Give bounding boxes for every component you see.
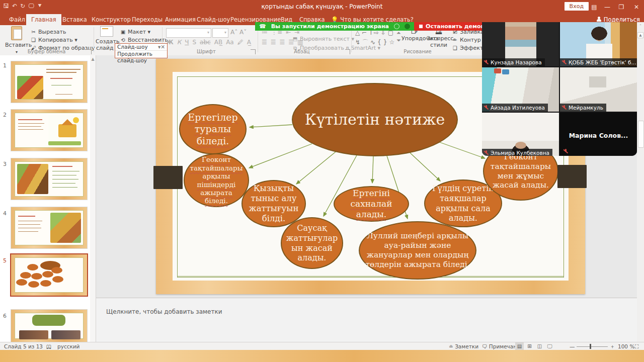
slide-counter: Слайд 5 из 13 <box>4 343 43 350</box>
resume-slideshow-button[interactable]: Продолжить слайд-шоу <box>115 51 167 57</box>
slide-thumbnail-1[interactable] <box>11 61 87 103</box>
clipboard-dialog-launcher-icon[interactable] <box>87 49 92 54</box>
signin-button[interactable]: Вход <box>565 2 589 11</box>
slide-thumbnail-2[interactable] <box>11 110 87 151</box>
video-tile-marina[interactable]: Марина Солов... <box>560 113 637 156</box>
align-right-icon[interactable]: ☰ <box>280 39 285 46</box>
slide-thumbnail-4[interactable] <box>11 207 87 248</box>
highlight-button[interactable]: 🖉 <box>237 39 244 46</box>
font-dialog-launcher-icon[interactable] <box>251 49 256 54</box>
shape-outline-icon: ✏ <box>452 36 458 44</box>
align-left-icon[interactable]: ☰ <box>262 39 267 46</box>
italic-button[interactable]: К <box>177 39 182 46</box>
copy-button[interactable]: ❏Копировать ▾ <box>30 36 77 44</box>
strikethrough-button[interactable]: abc <box>200 39 211 46</box>
slide-thumbnail-5-selected[interactable] <box>11 254 87 296</box>
font-color-button[interactable]: А̲ <box>247 39 251 46</box>
close-button[interactable]: ✕ <box>629 0 644 14</box>
font-name-box[interactable]: ▾ <box>166 28 211 38</box>
slide-thumbnail-6[interactable] <box>11 310 87 342</box>
char-spacing-button[interactable]: АВ̲ <box>214 39 222 46</box>
thumbnail-scrollbar[interactable]: ▲ <box>90 55 96 342</box>
font-size-box[interactable]: ▾ <box>212 28 228 38</box>
notes-pane[interactable]: Щелкните, чтобы добавить заметки <box>96 298 637 342</box>
change-case-button[interactable]: Аа <box>226 39 234 46</box>
thumb-number-4: 4 <box>3 210 7 217</box>
stop-icon <box>419 25 423 28</box>
participant-name: Кунзада Назарова <box>491 58 542 66</box>
video-tile-meiramkul[interactable]: Мейрамкуль <box>560 67 637 112</box>
zoom-video-overlay[interactable]: Кунзада Назарова ҚОББ ЖЕБ 'Ертөстік' б..… <box>482 22 637 156</box>
reset-icon: ⟲ <box>120 36 126 44</box>
underline-button[interactable]: Ч <box>185 39 189 46</box>
reading-view-button[interactable]: ◫ <box>535 342 544 350</box>
share-check-icon <box>405 24 410 29</box>
video-tile-kunzada[interactable]: Кунзада Назарова <box>482 22 559 66</box>
align-center-icon[interactable]: ☰ <box>271 39 276 46</box>
powerpoint-window: 🖫↶↻🖵⯆ қортынды сабақ күншуақ - PowerPoin… <box>0 0 644 362</box>
slide-thumbnail-3[interactable] <box>11 158 87 200</box>
thumb-number-5: 5 <box>3 257 7 264</box>
mindmap-node-6[interactable]: Луллий шеңбері арқылы ауа-райын және жан… <box>359 221 476 280</box>
participant-name: Мейрамкуль <box>569 104 603 112</box>
maximize-button[interactable]: ❐ <box>614 0 629 14</box>
language-indicator[interactable]: русский <box>57 343 79 350</box>
layout-button[interactable]: ▣Макет ▾ <box>120 28 150 36</box>
thumb-number-2: 2 <box>3 112 7 118</box>
zoom-out-button[interactable]: — <box>570 343 575 350</box>
font-format-buttons[interactable]: ЖКЧSabcАВ̲Аа🖉А̲ <box>166 39 255 46</box>
align-text-button[interactable]: ⬒Выровнять текст ▾ <box>292 35 354 43</box>
popup-close-icon[interactable]: ✕ <box>160 44 165 50</box>
thumb5-satellites <box>27 264 38 270</box>
cut-button[interactable]: ✂Вырезать <box>30 28 66 36</box>
title-bar: 🖫↶↻🖵⯆ қортынды сабақ күншуақ - PowerPoin… <box>0 0 644 14</box>
slideshow-view-button[interactable]: 🖵 <box>545 342 554 350</box>
participant-name: Марина Солов... <box>560 132 637 139</box>
slide-sorter-view-button[interactable]: ⊞ <box>525 342 534 350</box>
minimize-button[interactable]: — <box>600 0 615 14</box>
desktop-wallpaper-strip <box>0 350 644 362</box>
notes-placeholder[interactable]: Щелкните, чтобы добавить заметки <box>106 308 222 315</box>
paragraph-dialog-launcher-icon[interactable] <box>345 49 350 54</box>
mindmap-node-5[interactable]: Ертегіні сахналай алады. <box>334 186 409 222</box>
participant-name: Эльмира Кулбековна <box>491 149 549 156</box>
zoom-in-button[interactable]: ＋ <box>610 343 615 350</box>
vertical-scrollbar[interactable]: ˆ ▲ <box>637 22 644 342</box>
reset-button[interactable]: ⟲Восстановить <box>120 36 168 44</box>
zoom-slider-thumb[interactable] <box>590 344 591 349</box>
mindmap-node-1[interactable]: Ертегілер туралы біледі. <box>179 104 247 154</box>
slide-thumbnail-panel: 1 2 3 <box>0 55 96 342</box>
notes-toggle[interactable]: ≐ Заметки <box>449 343 478 350</box>
mindmap-center-node[interactable]: Күтілетін нәтиже <box>292 83 458 156</box>
popup-dropdown-icon[interactable]: ▾ <box>158 44 160 50</box>
scrollbar-thumb[interactable] <box>638 121 644 148</box>
shadow-button[interactable]: S <box>192 39 196 46</box>
shape-gallery-row2[interactable]: ↯⌒∿{}☆ <box>355 38 396 47</box>
muted-mic-icon <box>484 150 489 156</box>
thumb-number-1: 1 <box>3 62 7 69</box>
video-tile-aizada[interactable]: Айзада Изтилеуова <box>482 67 559 112</box>
grow-font-button[interactable]: А˄ А˅ <box>230 29 247 36</box>
scroll-up-icon[interactable]: ▲ <box>637 32 643 38</box>
fit-to-window-icon[interactable]: ⛶ <box>635 343 638 350</box>
video-tile-elmira[interactable]: Эльмира Кулбековна <box>482 113 559 156</box>
copy-icon: ❏ <box>30 36 37 44</box>
slideshow-popup-title: Слайд-шоу <box>117 44 148 50</box>
mindmap-node-2[interactable]: Геоконт тақтайшалары арқылы пішіндерді а… <box>184 153 249 207</box>
normal-view-button[interactable]: ▤ <box>515 342 524 350</box>
phone-icon: ☎ <box>259 23 266 30</box>
mindmap-node-4[interactable]: Саусақ жаттығуларын жасай алады. <box>281 217 343 269</box>
participant-name: Айзада Изтилеуова <box>491 104 545 112</box>
spellcheck-icon[interactable]: 🕮 <box>46 343 52 350</box>
zoom-level[interactable]: 100 % <box>618 343 634 350</box>
video-tile-qobb[interactable]: ҚОББ ЖЕБ 'Ертөстік' б... <box>560 22 637 66</box>
slideshow-popup: Слайд-шоу✕▾ Продолжить слайд-шоу <box>115 43 168 58</box>
collapse-ribbon-icon[interactable]: ˆ <box>637 24 644 29</box>
zoom-slider-track[interactable] <box>577 346 608 347</box>
tab-home[interactable]: Главная <box>26 14 61 25</box>
muted-mic-icon <box>563 148 569 154</box>
share-indicator-icon <box>394 24 399 29</box>
left-clip-decoration <box>153 166 183 189</box>
thumb-scroll-up-icon[interactable]: ▲ <box>90 55 96 61</box>
drawing-group-label: Рисование <box>382 49 453 54</box>
